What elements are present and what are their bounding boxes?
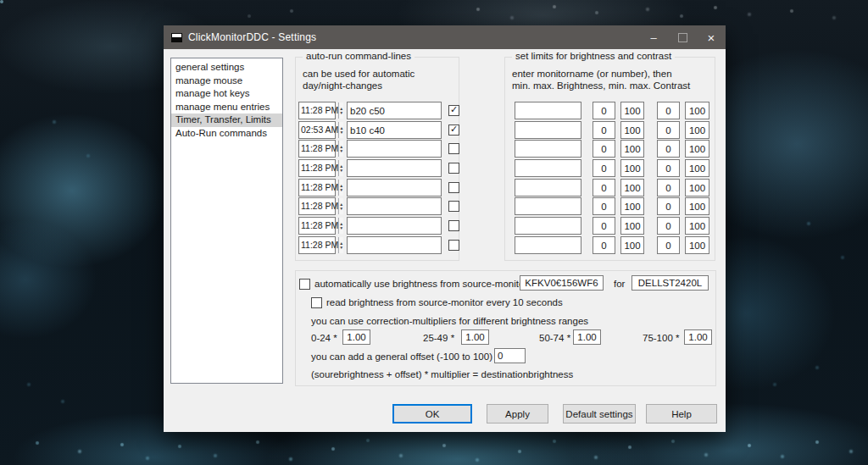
contrast-max-input[interactable] [685,102,709,119]
contrast-max-input[interactable] [685,197,709,215]
contrast-min-input[interactable] [657,197,680,215]
destination-monitor-input[interactable] [632,275,709,291]
contrast-min-input[interactable] [657,217,680,235]
contrast-min-input[interactable] [657,236,680,254]
contrast-min-input[interactable] [657,121,680,139]
time-spinner[interactable]: 11:28 PM ▲▼ [298,217,336,235]
autorun-enabled-checkbox[interactable] [448,125,459,136]
monitor-name-input[interactable] [515,197,581,215]
command-input[interactable] [347,102,442,119]
sidebar-item-timer-transfer-limits[interactable]: Timer, Transfer, Limits [171,113,282,127]
brightness-min-input[interactable] [593,140,615,158]
command-input[interactable] [347,217,442,235]
contrast-max-input[interactable] [685,140,709,158]
contrast-max-input[interactable] [685,179,709,197]
command-input[interactable] [347,236,442,254]
sidebar-item-manage-mouse[interactable]: manage mouse [171,75,282,88]
monitor-name-input[interactable] [515,236,581,254]
brightness-min-input[interactable] [593,102,615,119]
auto-use-brightness-checkbox[interactable] [299,279,310,290]
brightness-max-input[interactable] [620,236,644,254]
maximize-button[interactable] [668,25,697,49]
brightness-min-input[interactable] [593,179,615,197]
offset-input[interactable] [494,348,526,363]
close-button[interactable]: × [697,25,726,49]
sidebar-item-general-settings[interactable]: general settings [171,61,282,75]
help-button[interactable]: Help [646,404,717,423]
time-spinner[interactable]: 11:28 PM ▲▼ [298,159,336,177]
multiplier-hint-label: you can use correction-multipliers for d… [311,316,588,326]
brightness-max-input[interactable] [620,159,644,177]
spinner-arrows-icon[interactable]: ▲▼ [338,160,343,176]
monitor-name-input[interactable] [515,159,581,177]
monitor-name-input[interactable] [515,102,581,119]
brightness-max-input[interactable] [620,217,644,235]
command-input[interactable] [347,140,442,158]
spinner-arrows-icon[interactable]: ▲▼ [338,237,343,253]
autorun-enabled-checkbox[interactable] [448,201,459,212]
multiplier-75-100-input[interactable] [684,329,712,345]
multiplier-0-24-input[interactable] [342,329,370,345]
time-spinner[interactable]: 11:28 PM ▲▼ [298,236,336,254]
autorun-enabled-checkbox[interactable] [448,182,459,193]
brightness-min-input[interactable] [593,197,615,215]
multiplier-50-74-input[interactable] [573,329,601,345]
brightness-max-input[interactable] [620,197,644,215]
sidebar-item-manage-hot-keys[interactable]: manage hot keys [171,87,282,101]
monitor-name-input[interactable] [515,217,581,235]
source-monitor-input[interactable] [520,275,604,291]
multiplier-25-49-input[interactable] [461,329,489,345]
contrast-min-input[interactable] [657,102,680,119]
time-spinner[interactable]: 11:28 PM ▲▼ [298,197,336,215]
brightness-max-input[interactable] [620,179,644,197]
spinner-arrows-icon[interactable]: ▲▼ [338,141,343,157]
contrast-max-input[interactable] [685,217,709,235]
contrast-min-input[interactable] [657,179,680,197]
monitor-name-input[interactable] [515,121,581,139]
contrast-max-input[interactable] [685,159,709,177]
monitor-name-input[interactable] [515,179,581,197]
brightness-max-input[interactable] [620,140,644,158]
ok-button[interactable]: OK [392,404,472,423]
limits-row [505,217,715,235]
autorun-row: 11:28 PM ▲▼ [296,159,459,177]
command-input[interactable] [347,159,442,177]
contrast-max-input[interactable] [685,121,709,139]
brightness-max-input[interactable] [620,102,644,119]
sidebar-item-auto-run-commands[interactable]: Auto-Run commands [171,127,282,141]
time-spinner[interactable]: 11:28 PM ▲▼ [298,102,336,119]
command-input[interactable] [347,121,442,139]
time-spinner[interactable]: 11:28 PM ▲▼ [298,179,336,197]
apply-button[interactable]: Apply [487,404,548,423]
minimize-button[interactable]: – [639,25,668,49]
default-settings-button[interactable]: Default settings [563,404,636,423]
brightness-min-input[interactable] [593,236,615,254]
spinner-arrows-icon[interactable]: ▲▼ [338,198,343,214]
autorun-enabled-checkbox[interactable] [448,220,459,231]
brightness-max-input[interactable] [620,121,644,139]
titlebar[interactable]: ClickMonitorDDC - Settings – × [164,25,726,49]
sidebar-item-manage-menu-entries[interactable]: manage menu entries [171,101,282,114]
contrast-min-input[interactable] [657,159,680,177]
autorun-enabled-checkbox[interactable] [448,163,459,174]
spinner-arrows-icon[interactable]: ▲▼ [338,180,343,196]
read-brightness-checkbox[interactable] [311,297,322,308]
command-input[interactable] [347,179,442,197]
autorun-enabled-checkbox[interactable] [448,143,459,154]
monitor-name-input[interactable] [515,140,581,158]
command-input[interactable] [347,197,442,215]
time-spinner[interactable]: 11:28 PM ▲▼ [298,140,336,158]
contrast-min-input[interactable] [657,140,680,158]
limits-row [505,236,715,254]
contrast-max-input[interactable] [685,236,709,254]
brightness-min-input[interactable] [593,217,615,235]
brightness-min-input[interactable] [593,159,615,177]
spinner-arrows-icon[interactable]: ▲▼ [338,102,343,119]
time-value: 11:28 PM [299,102,338,119]
spinner-arrows-icon[interactable]: ▲▼ [338,122,343,138]
time-spinner[interactable]: 02:53 AM ▲▼ [298,121,336,139]
spinner-arrows-icon[interactable]: ▲▼ [338,218,343,234]
brightness-min-input[interactable] [593,121,615,139]
autorun-enabled-checkbox[interactable] [448,105,459,116]
autorun-enabled-checkbox[interactable] [448,240,459,251]
